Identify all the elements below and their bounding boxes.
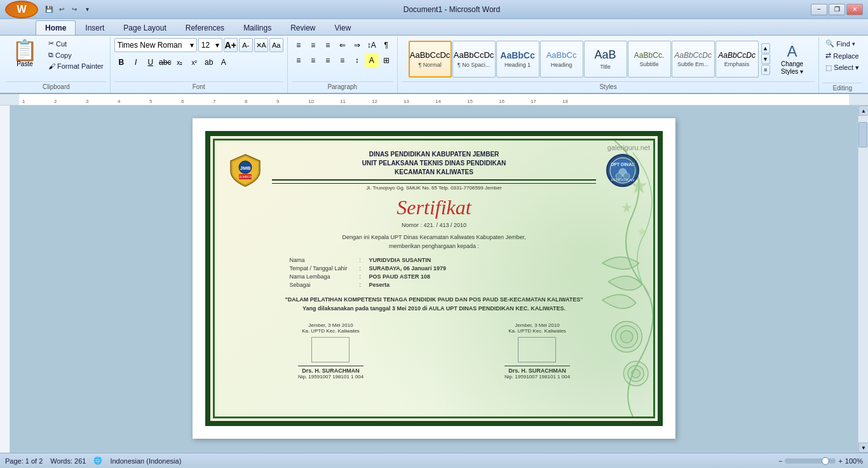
scroll-track[interactable]	[858, 116, 868, 443]
style-subtle-emphasis[interactable]: AaBbCcDc Subtle Em...	[672, 41, 715, 78]
tab-insert[interactable]: Insert	[76, 20, 114, 35]
styles-more[interactable]: ≡	[761, 65, 770, 75]
cert-right-logo-icon: UPT DINAS PENDIDIKAN	[606, 153, 641, 188]
increase-font-size-button[interactable]: A+	[224, 38, 238, 52]
align-left-button[interactable]: ≡	[292, 53, 306, 67]
svg-text:18: 18	[562, 99, 568, 104]
line-spacing-button[interactable]: ↕	[350, 53, 364, 67]
vertical-scrollbar[interactable]: ▲ ▼	[858, 106, 868, 453]
cert-value-lembaga: POS PAUD ASTER 108	[369, 273, 579, 280]
minimize-button[interactable]: −	[811, 4, 827, 15]
text-highlight-button[interactable]: ab	[202, 55, 216, 69]
scroll-up-button[interactable]: ▲	[858, 106, 868, 116]
zoom-slider[interactable]	[785, 458, 836, 464]
multilevel-list-button[interactable]: ≡	[321, 38, 335, 52]
font-name-selector[interactable]: Times New Roman ▾	[114, 38, 197, 52]
increase-indent-button[interactable]: ⇒	[350, 38, 364, 52]
status-bar-right: − + 100%	[778, 457, 863, 465]
show-hide-button[interactable]: ¶	[379, 38, 393, 52]
bullets-button[interactable]: ≡	[292, 38, 306, 52]
clipboard-right-buttons: ✂ Cut ⧉ Copy 🖌 Format Painter	[43, 38, 106, 80]
svg-text:11: 11	[340, 99, 346, 104]
style-normal[interactable]: AaBbCcDc ¶ Normal	[409, 41, 452, 78]
format-painter-button[interactable]: 🖌 Format Painter	[46, 61, 106, 71]
ruler-right-margin	[849, 94, 868, 105]
svg-text:13: 13	[403, 99, 409, 104]
align-right-button[interactable]: ≡	[321, 53, 335, 67]
tab-review[interactable]: Review	[281, 20, 325, 35]
find-button[interactable]: 🔍 Find ▾	[823, 38, 857, 49]
sort-button[interactable]: ↕A	[365, 38, 379, 52]
italic-button[interactable]: I	[129, 55, 143, 69]
numbering-button[interactable]: ≡	[306, 38, 320, 52]
editing-label-bottom: Editing	[823, 83, 862, 92]
style-subtitle[interactable]: AaBbCc. Subtitle	[628, 41, 671, 78]
document-page[interactable]: galeriguru.net	[193, 118, 675, 439]
replace-button[interactable]: ⇄ Replace	[823, 50, 861, 61]
zoom-slider-thumb[interactable]	[822, 457, 829, 465]
cut-icon: ✂	[48, 39, 54, 48]
change-styles-button[interactable]: A ChangeStyles ▾	[776, 39, 808, 79]
copy-button[interactable]: ⧉ Copy	[46, 50, 106, 60]
style-title-preview: AaB	[595, 48, 616, 62]
tab-view[interactable]: View	[325, 20, 361, 35]
document-content-area[interactable]: galeriguru.net	[10, 106, 858, 453]
cert-sig-right-nip: Nip. 19591007 198101 1 004	[505, 374, 570, 380]
vertical-ruler	[0, 106, 10, 453]
decrease-font-size-button[interactable]: A-	[239, 38, 253, 52]
strikethrough-button[interactable]: abc	[158, 55, 172, 69]
underline-button[interactable]: U	[144, 55, 158, 69]
scroll-down-button[interactable]: ▼	[858, 443, 868, 453]
find-label: Find	[836, 40, 850, 48]
styles-scroll-down[interactable]: ▼	[761, 54, 770, 64]
zoom-out-button[interactable]: −	[778, 457, 782, 465]
bold-button[interactable]: B	[114, 55, 128, 69]
justify-button[interactable]: ≡	[336, 53, 349, 67]
svg-text:UPT DINAS: UPT DINAS	[611, 162, 635, 167]
center-button[interactable]: ≡	[306, 53, 320, 67]
style-heading1[interactable]: AaBbCc Heading 1	[496, 41, 539, 78]
tab-references[interactable]: References	[176, 20, 234, 35]
style-heading2[interactable]: AaBbCc Heading	[540, 41, 583, 78]
svg-text:JMB: JMB	[240, 165, 250, 171]
restore-button[interactable]: ❐	[829, 4, 845, 15]
cert-org-line1: DINAS PENDIDIKAN KABUPATEN JEMBER	[272, 150, 596, 159]
style-no-spacing[interactable]: AaBbCcDc ¶ No Spaci...	[452, 41, 496, 78]
close-button[interactable]: ✕	[846, 4, 863, 15]
change-case-button[interactable]: Aa	[269, 38, 283, 52]
tab-page-layout[interactable]: Page Layout	[114, 20, 175, 35]
superscript-button[interactable]: x²	[187, 55, 201, 69]
cert-label-nama: Nama	[290, 257, 360, 263]
scroll-thumb[interactable]	[858, 122, 867, 148]
font-size-selector[interactable]: 12 ▾	[198, 38, 222, 52]
style-emphasis[interactable]: AaBbCcDc Emphasis	[715, 41, 759, 78]
find-dropdown-icon: ▾	[852, 41, 855, 47]
svg-text:15: 15	[467, 99, 473, 104]
title-bar-controls: − ❐ ✕	[811, 4, 863, 15]
subscript-button[interactable]: x₂	[173, 55, 187, 69]
horizontal-ruler: 1 2 3 4 5 6 7 8 9 10 11 12 13 14 15 16 1…	[0, 94, 868, 106]
office-button[interactable]: W	[5, 1, 38, 18]
ribbon-group-editing: 🔍 Find ▾ ⇄ Replace ⬚ Select ▾ Editing Ed…	[819, 37, 865, 93]
undo-quick-btn[interactable]: ↩	[56, 4, 67, 15]
status-bar-left: Page: 1 of 2 Words: 261 🌐 Indonesian (In…	[5, 457, 181, 465]
style-title[interactable]: AaB Title	[584, 41, 627, 78]
font-color-button[interactable]: A	[217, 55, 231, 69]
borders-button[interactable]: ⊞	[379, 53, 393, 67]
svg-text:2: 2	[54, 99, 57, 104]
shading-button[interactable]: A	[365, 53, 379, 67]
tab-home[interactable]: Home	[36, 20, 76, 35]
paste-button[interactable]: 📋 Paste	[6, 38, 43, 80]
cut-button[interactable]: ✂ Cut	[46, 38, 106, 49]
svg-text:JEMBER: JEMBER	[238, 175, 252, 179]
zoom-in-button[interactable]: +	[838, 457, 842, 465]
customize-quick-btn[interactable]: ▾	[81, 4, 93, 15]
tab-mailings[interactable]: Mailings	[234, 20, 281, 35]
styles-scroll-up[interactable]: ▲	[761, 43, 770, 53]
clear-formatting-button[interactable]: ✕A	[254, 38, 268, 52]
style-heading1-label: Heading 1	[505, 62, 531, 68]
select-button[interactable]: ⬚ Select ▾	[823, 62, 862, 73]
save-quick-btn[interactable]: 💾	[43, 4, 55, 15]
redo-quick-btn[interactable]: ↪	[69, 4, 80, 15]
decrease-indent-button[interactable]: ⇐	[336, 38, 349, 52]
